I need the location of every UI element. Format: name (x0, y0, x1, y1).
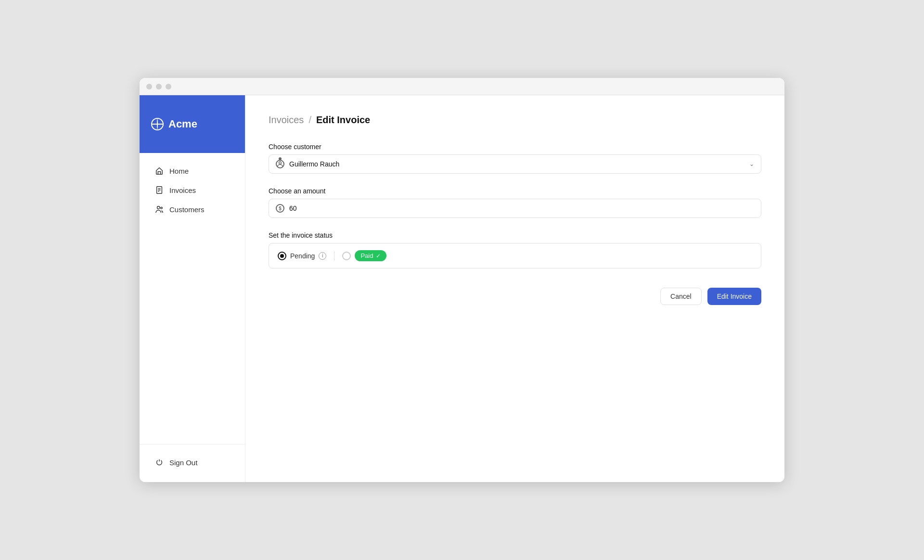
breadcrumb-parent[interactable]: Invoices (269, 115, 304, 126)
sidebar-item-home[interactable]: Home (143, 162, 241, 180)
status-pending-option[interactable]: Pending i (278, 252, 326, 260)
sign-out-label: Sign Out (169, 458, 197, 467)
amount-label: Choose an amount (269, 187, 761, 195)
customer-section: Choose customer Guillermo Rauch ⌄ (269, 143, 761, 174)
customers-icon (155, 205, 164, 214)
titlebar-close-dot (146, 84, 152, 89)
pending-label: Pending (290, 252, 315, 260)
chevron-down-icon: ⌄ (749, 161, 754, 167)
sidebar-home-label: Home (169, 167, 189, 175)
svg-point-4 (157, 206, 160, 209)
main-content: Invoices / Edit Invoice Choose customer (245, 95, 784, 482)
app-body: Acme Home (140, 95, 784, 482)
breadcrumb: Invoices / Edit Invoice (269, 115, 761, 126)
titlebar-minimize-dot (156, 84, 162, 89)
status-label: Set the invoice status (269, 231, 761, 239)
svg-point-6 (279, 162, 282, 164)
pending-radio-dot (280, 254, 284, 258)
breadcrumb-current: Edit Invoice (316, 115, 370, 126)
sidebar-invoices-label: Invoices (169, 186, 196, 194)
amount-input[interactable]: $ 60 (269, 199, 761, 218)
sidebar-nav: Home Invoices (140, 153, 245, 444)
amount-section: Choose an amount $ 60 (269, 187, 761, 218)
amount-value: 60 (289, 204, 297, 212)
sidebar-customers-label: Customers (169, 205, 205, 214)
paid-label: Paid (360, 252, 373, 259)
customer-select-inner: Guillermo Rauch (269, 155, 761, 173)
sidebar-item-invoices[interactable]: Invoices (143, 181, 241, 199)
check-icon: ✓ (376, 253, 381, 259)
invoices-icon (155, 186, 164, 194)
svg-point-5 (161, 207, 163, 209)
customer-label: Choose customer (269, 143, 761, 151)
edit-invoice-button[interactable]: Edit Invoice (707, 288, 761, 305)
dollar-icon: $ (276, 204, 284, 213)
pending-info-icon: i (319, 252, 326, 260)
sidebar-item-customers[interactable]: Customers (143, 200, 241, 218)
sidebar: Acme Home (140, 95, 245, 482)
status-options: Pending i Paid ✓ (269, 243, 761, 268)
titlebar (140, 78, 784, 95)
status-divider (334, 251, 334, 261)
status-paid-option[interactable]: Paid ✓ (342, 250, 386, 261)
globe-icon (151, 118, 164, 130)
sidebar-logo-text: Acme (168, 118, 197, 130)
breadcrumb-separator: / (308, 115, 311, 126)
sidebar-footer: Sign Out (140, 444, 245, 482)
pending-radio[interactable] (278, 252, 286, 260)
titlebar-maximize-dot (166, 84, 171, 89)
form-actions: Cancel Edit Invoice (269, 288, 761, 305)
sign-out-button[interactable]: Sign Out (143, 453, 241, 471)
customer-user-icon (276, 160, 284, 168)
power-icon (155, 458, 164, 467)
paid-badge: Paid ✓ (355, 250, 386, 261)
cancel-button[interactable]: Cancel (660, 288, 702, 305)
paid-radio[interactable] (342, 252, 351, 260)
customer-value: Guillermo Rauch (289, 160, 339, 168)
home-icon (155, 166, 164, 175)
app-window: Acme Home (140, 78, 784, 482)
customer-select[interactable]: Guillermo Rauch ⌄ (269, 154, 761, 174)
sidebar-logo: Acme (140, 95, 245, 153)
status-section: Set the invoice status Pending i (269, 231, 761, 268)
